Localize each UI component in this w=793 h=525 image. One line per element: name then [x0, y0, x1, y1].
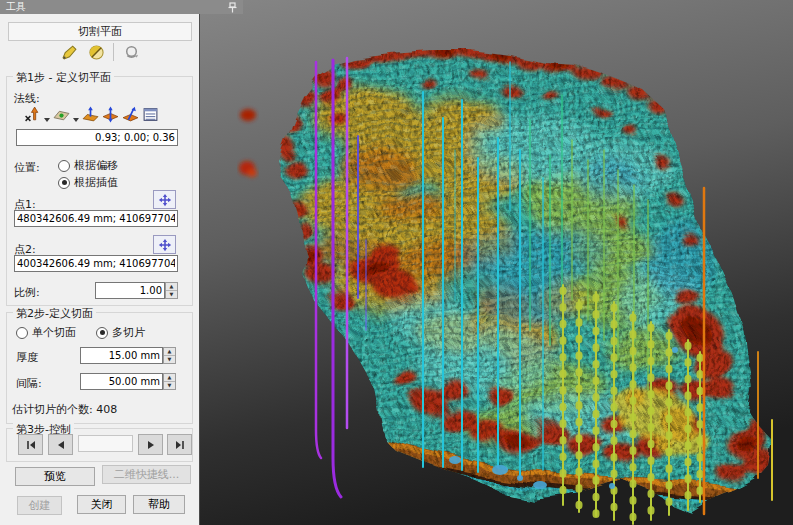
- pick-point-icon: [158, 238, 172, 252]
- manipulate-icon[interactable]: [121, 42, 141, 62]
- radio-by-offset[interactable]: 根据偏移: [58, 158, 118, 173]
- vertical-normal-icon[interactable]: [102, 106, 119, 126]
- panel-titlebar[interactable]: 工具: [0, 0, 243, 14]
- panel-toolbar: [0, 42, 200, 62]
- spacing-spinner[interactable]: ▲ ▼: [163, 373, 176, 390]
- radio-by-offset-label: 根据偏移: [74, 158, 118, 173]
- close-button[interactable]: 关闭: [77, 495, 126, 514]
- slice-count-estimate: 估计切片的个数: 408: [12, 402, 117, 417]
- last-icon: [175, 440, 185, 450]
- spacing-label: 间隔:: [16, 376, 42, 391]
- thickness-label: 厚度: [16, 350, 38, 365]
- normal-label: 法线:: [14, 91, 40, 106]
- cutting-plane-panel: 切割平面: [0, 14, 200, 525]
- normal-value-input[interactable]: [16, 129, 178, 146]
- toolbar-separator: [113, 43, 114, 61]
- point1-pick-button[interactable]: [153, 190, 176, 209]
- help-button[interactable]: 帮助: [133, 495, 185, 514]
- thickness-input[interactable]: [80, 347, 163, 364]
- thickness-spinner[interactable]: ▲ ▼: [163, 347, 176, 364]
- plane-pick-dropdown-icon[interactable]: [73, 118, 79, 122]
- create-button: 创建: [17, 496, 62, 515]
- application-window: 工具 切割平面: [0, 0, 793, 525]
- pick-point-icon: [158, 193, 172, 207]
- scale-input[interactable]: [95, 282, 165, 299]
- normal-toolbar: [24, 106, 159, 126]
- spin-up-icon[interactable]: ▲: [166, 283, 177, 291]
- first-slice-button[interactable]: [18, 434, 43, 455]
- radio-single-section-dot: [16, 327, 28, 339]
- plane-pick-icon[interactable]: [53, 106, 70, 126]
- scale-spinner[interactable]: ▲ ▼: [165, 282, 178, 299]
- next-slice-button[interactable]: [138, 434, 163, 455]
- radio-multi-slices-dot: [96, 327, 108, 339]
- inclined-normal-icon[interactable]: [122, 106, 139, 126]
- spacing-input[interactable]: [80, 373, 163, 390]
- previous-slice-button[interactable]: [48, 434, 73, 455]
- spin-down-icon[interactable]: ▼: [166, 291, 177, 298]
- previous-icon: [56, 440, 66, 450]
- spin-down-icon[interactable]: ▼: [164, 356, 175, 363]
- invert-normal-icon[interactable]: [24, 106, 41, 126]
- scale-label: 比例:: [14, 285, 40, 300]
- point-cloud-scene: [200, 0, 793, 525]
- radio-single-section-label: 单个切面: [32, 325, 76, 340]
- pin-icon[interactable]: [228, 2, 237, 13]
- spin-up-icon[interactable]: ▲: [164, 348, 175, 356]
- radio-multi-slices-label: 多切片: [112, 325, 145, 340]
- quick-2d-line-button: 二维快捷线...: [102, 465, 191, 484]
- last-slice-button[interactable]: [167, 434, 192, 455]
- invert-normal-dropdown-icon[interactable]: [44, 118, 50, 122]
- slice-index-input: [78, 435, 133, 452]
- slope-disc-icon[interactable]: [86, 42, 106, 62]
- point2-pick-button[interactable]: [153, 235, 176, 254]
- preview-button[interactable]: 预览: [15, 467, 95, 486]
- list-icon[interactable]: [142, 106, 159, 126]
- radio-by-value[interactable]: 根据插值: [58, 175, 118, 190]
- viewport-3d[interactable]: [200, 0, 793, 525]
- radio-multi-slices[interactable]: 多切片: [96, 325, 145, 340]
- spin-down-icon[interactable]: ▼: [164, 382, 175, 389]
- step2-legend: 第2步-定义切面: [13, 306, 96, 321]
- next-icon: [146, 440, 156, 450]
- point2-value-input[interactable]: [14, 255, 178, 272]
- radio-by-value-dot: [58, 177, 70, 189]
- radio-single-section[interactable]: 单个切面: [16, 325, 76, 340]
- point1-value-input[interactable]: [14, 210, 178, 227]
- first-icon: [26, 440, 36, 450]
- radio-by-offset-dot: [58, 160, 70, 172]
- panel-header: 切割平面: [8, 22, 192, 41]
- step1-legend: 第1步 - 定义切平面: [13, 70, 114, 85]
- radio-by-value-label: 根据插值: [74, 175, 118, 190]
- position-label: 位置:: [14, 160, 40, 175]
- polyline-edit-icon[interactable]: [59, 42, 79, 62]
- spin-up-icon[interactable]: ▲: [164, 374, 175, 382]
- brush-normal-icon[interactable]: [82, 106, 99, 126]
- panel-title: 工具: [6, 0, 26, 14]
- panel-header-label: 切割平面: [78, 24, 122, 39]
